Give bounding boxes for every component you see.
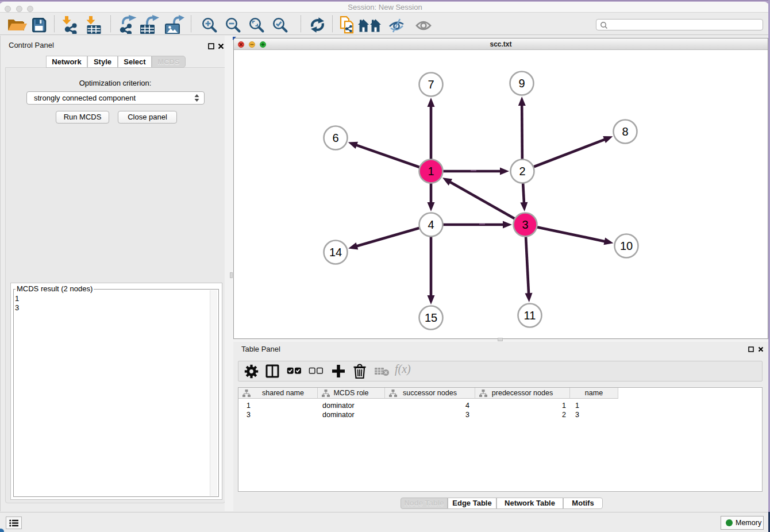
svg-text:3: 3 <box>522 218 528 231</box>
svg-text:14: 14 <box>329 246 342 259</box>
svg-text:1: 1 <box>428 165 434 178</box>
svg-text:4: 4 <box>428 218 434 231</box>
svg-text:7: 7 <box>428 78 434 91</box>
svg-text:9: 9 <box>518 77 525 90</box>
svg-text:8: 8 <box>622 125 628 138</box>
svg-text:15: 15 <box>425 311 437 324</box>
svg-text:6: 6 <box>332 132 338 144</box>
svg-text:11: 11 <box>524 309 536 322</box>
svg-text:2: 2 <box>519 165 525 178</box>
svg-text:10: 10 <box>620 240 633 252</box>
